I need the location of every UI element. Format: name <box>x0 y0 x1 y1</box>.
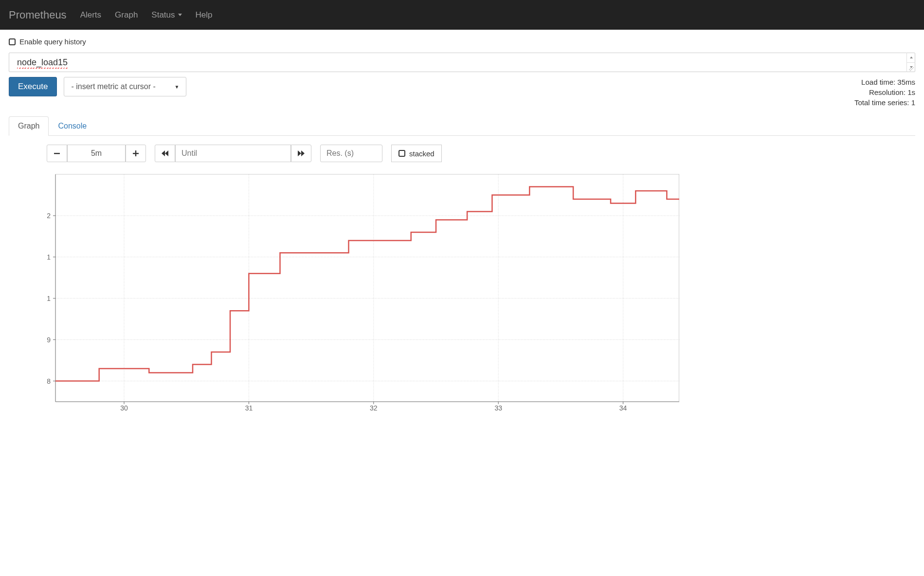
enable-history-checkbox[interactable]: Enable query history <box>9 37 915 46</box>
nav-graph[interactable]: Graph <box>115 10 138 20</box>
checkbox-icon <box>9 38 16 45</box>
stat-load-time: Load time: 35ms <box>854 77 915 87</box>
result-tabs: Graph Console <box>9 116 915 136</box>
nav-status[interactable]: Status <box>151 10 181 20</box>
chevron-down-icon: ▼ <box>175 84 180 90</box>
metric-select[interactable]: - insert metric at cursor - ▼ <box>64 77 186 96</box>
nav-help[interactable]: Help <box>196 10 213 20</box>
tab-console[interactable]: Console <box>49 116 96 136</box>
resolution-input[interactable] <box>320 145 382 162</box>
nav-alerts[interactable]: Alerts <box>80 10 101 20</box>
svg-text:1.2: 1.2 <box>47 212 51 220</box>
stacked-toggle[interactable]: stacked <box>391 145 442 162</box>
rewind-icon <box>161 150 169 157</box>
svg-text:0.9: 0.9 <box>47 336 51 344</box>
brand: Prometheus <box>9 9 67 21</box>
svg-text:0.8: 0.8 <box>47 377 51 385</box>
stacked-label: stacked <box>409 149 435 158</box>
svg-text:31: 31 <box>245 404 253 411</box>
minus-icon <box>54 150 60 157</box>
svg-rect-0 <box>54 153 60 154</box>
svg-text:1.1: 1.1 <box>47 253 51 261</box>
query-text: node_load15 <box>17 57 68 68</box>
query-stats: Load time: 35ms Resolution: 1s Total tim… <box>854 77 915 108</box>
svg-text:30: 30 <box>120 404 128 411</box>
svg-text:34: 34 <box>619 404 627 411</box>
until-input[interactable] <box>175 145 291 162</box>
range-increase-button[interactable] <box>126 145 146 162</box>
range-input[interactable]: 5m <box>67 145 126 162</box>
enable-history-label: Enable query history <box>19 37 86 46</box>
forward-icon <box>297 150 305 157</box>
range-decrease-button[interactable] <box>47 145 67 162</box>
navbar: Prometheus Alerts Graph Status Help <box>0 0 924 30</box>
range-group: 5m <box>47 145 146 162</box>
plus-icon <box>132 150 139 157</box>
chevron-down-icon <box>178 14 182 16</box>
svg-rect-2 <box>135 150 136 156</box>
time-back-button[interactable] <box>155 145 175 162</box>
chevron-up-icon <box>910 56 913 58</box>
svg-text:32: 32 <box>370 404 378 411</box>
nav-status-label: Status <box>151 10 175 20</box>
tab-graph[interactable]: Graph <box>9 116 49 136</box>
resize-handle-icon[interactable] <box>909 66 914 71</box>
graph-chart[interactable]: 0.80.911.11.23031323334 <box>47 173 915 411</box>
time-forward-button[interactable] <box>291 145 311 162</box>
checkbox-icon <box>399 150 405 157</box>
until-group <box>155 145 311 162</box>
svg-text:33: 33 <box>494 404 502 411</box>
stat-resolution: Resolution: 1s <box>854 87 915 97</box>
metric-select-label: - insert metric at cursor - <box>71 82 155 91</box>
query-input[interactable]: node_load15 <box>9 53 915 72</box>
svg-text:1: 1 <box>47 295 51 302</box>
stat-total-series: Total time series: 1 <box>854 97 915 108</box>
execute-button[interactable]: Execute <box>9 77 57 96</box>
chart-svg: 0.80.911.11.23031323334 <box>47 173 679 411</box>
